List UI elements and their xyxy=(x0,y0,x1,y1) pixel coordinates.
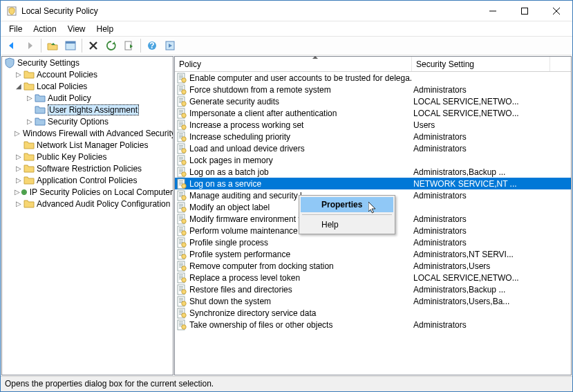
policy-cell: Profile system performance xyxy=(175,249,412,260)
separator xyxy=(302,214,392,215)
up-button[interactable] xyxy=(44,37,61,54)
list-row[interactable]: Load and unload device driversAdministra… xyxy=(175,142,571,154)
refresh-button[interactable] xyxy=(103,37,120,54)
tree-item[interactable]: ▷Account Policies xyxy=(2,68,173,80)
expand-icon[interactable]: ▷ xyxy=(15,129,20,137)
policy-icon xyxy=(176,249,187,260)
folder-icon xyxy=(24,69,35,80)
tree-item[interactable]: ▷Audit Policy xyxy=(2,92,173,104)
tree-label: Local Policies xyxy=(37,82,87,91)
menu-help[interactable]: Help xyxy=(93,23,118,35)
list-row[interactable]: Profile single processAdministrators xyxy=(175,236,571,248)
list-row[interactable]: Generate security auditsLOCAL SERVICE,NE… xyxy=(175,95,571,107)
menu-action[interactable]: Action xyxy=(29,23,60,35)
list-row[interactable]: Force shutdown from a remote systemAdmin… xyxy=(175,84,571,95)
expand-icon[interactable]: ▷ xyxy=(15,71,23,78)
policy-cell: Force shutdown from a remote system xyxy=(175,84,412,95)
action-button[interactable] xyxy=(162,37,178,54)
expand-icon[interactable]: ▷ xyxy=(15,200,23,207)
delete-button[interactable] xyxy=(85,37,102,54)
policy-cell: Enable computer and user accounts to be … xyxy=(175,73,412,84)
view-mode-button[interactable] xyxy=(62,37,79,54)
back-button[interactable] xyxy=(3,37,20,54)
list-row[interactable]: Enable computer and user accounts to be … xyxy=(175,72,571,84)
setting-cell: Administrators,Users xyxy=(412,261,550,271)
forward-button[interactable] xyxy=(21,37,38,54)
column-header[interactable]: Security Setting xyxy=(412,57,550,71)
policy-cell: Increase scheduling priority xyxy=(175,131,412,142)
list-row[interactable]: Impersonate a client after authenticatio… xyxy=(175,107,571,119)
minimize-button[interactable] xyxy=(477,1,509,21)
expand-icon[interactable]: ◢ xyxy=(15,82,23,90)
tree-item[interactable]: ▷Public Key Policies xyxy=(2,151,173,162)
help-button[interactable] xyxy=(144,37,160,54)
policy-cell: Log on as a service xyxy=(175,178,412,189)
separator xyxy=(41,39,41,53)
list-row[interactable]: Lock pages in memory xyxy=(175,154,571,166)
context-menu-item[interactable]: Properties xyxy=(301,197,393,212)
tree-item[interactable]: User Rights Assignment xyxy=(2,104,173,115)
setting-cell: Administrators xyxy=(412,238,550,248)
expand-icon[interactable]: ▷ xyxy=(15,165,23,172)
list-row[interactable]: Restore files and directoriesAdministrat… xyxy=(175,283,571,295)
shield-icon xyxy=(4,57,15,68)
tree-item[interactable]: ▷IP Security Policies on Local Computer xyxy=(2,186,173,198)
list-row[interactable]: Shut down the systemAdministrators,Users… xyxy=(175,295,571,307)
policy-icon xyxy=(176,120,187,131)
policy-icon xyxy=(176,272,187,283)
policy-cell: Restore files and directories xyxy=(175,284,412,295)
list-row[interactable]: Increase scheduling priorityAdministrato… xyxy=(175,131,571,142)
window: Local Security Policy FileActionViewHelp… xyxy=(0,0,573,392)
policy-icon xyxy=(176,131,187,142)
policy-cell: Remove computer from docking station xyxy=(175,261,412,272)
context-menu: PropertiesHelp xyxy=(299,195,395,234)
maximize-button[interactable] xyxy=(509,1,541,21)
list-row[interactable]: Synchronize directory service data xyxy=(175,307,571,319)
tree-label: Advanced Audit Policy Configuration xyxy=(37,199,170,209)
tree-item[interactable]: Network List Manager Policies xyxy=(2,139,173,151)
tree-item[interactable]: ▷Software Restriction Policies xyxy=(2,162,173,174)
setting-cell: Administrators xyxy=(412,214,550,224)
expand-icon[interactable]: ▷ xyxy=(26,94,34,102)
ip-policy-icon xyxy=(21,187,28,198)
setting-cell: Administrators,Backup ... xyxy=(412,167,550,177)
column-header[interactable]: Policy xyxy=(175,57,412,71)
list-row[interactable]: Remove computer from docking stationAdmi… xyxy=(175,260,571,272)
list-row[interactable]: Take ownership of files or other objects… xyxy=(175,319,571,330)
tree-item[interactable]: ▷Application Control Policies xyxy=(2,174,173,186)
context-menu-item[interactable]: Help xyxy=(301,217,393,232)
list-row[interactable]: Log on as a batch jobAdministrators,Back… xyxy=(175,166,571,178)
expand-icon[interactable]: ▷ xyxy=(15,188,20,196)
tree-item[interactable]: ▷Windows Firewall with Advanced Security xyxy=(2,127,173,139)
tree-pane[interactable]: Security Settings ▷Account Policies◢Loca… xyxy=(1,56,173,375)
list-row[interactable]: Replace a process level tokenLOCAL SERVI… xyxy=(175,272,571,283)
tree-item[interactable]: ◢Local Policies xyxy=(2,80,173,92)
setting-cell: LOCAL SERVICE,NETWO... xyxy=(412,109,550,118)
policy-icon xyxy=(176,225,187,236)
expand-icon[interactable]: ▷ xyxy=(15,153,23,160)
policy-cell: Shut down the system xyxy=(175,296,412,307)
policy-icon xyxy=(176,96,187,107)
close-button[interactable] xyxy=(541,1,572,21)
policy-icon xyxy=(176,214,187,225)
menu-view[interactable]: View xyxy=(64,23,90,35)
tree-label: Application Control Policies xyxy=(37,176,137,185)
app-icon xyxy=(6,6,17,17)
list-row[interactable]: Profile system performanceAdministrators… xyxy=(175,248,571,260)
tree-item[interactable]: ▷Advanced Audit Policy Configuration xyxy=(2,198,173,209)
list-body[interactable]: Enable computer and user accounts to be … xyxy=(175,72,571,375)
policy-cell: Replace a process level token xyxy=(175,272,412,283)
folder-icon xyxy=(24,140,35,151)
expand-icon[interactable]: ▷ xyxy=(15,176,23,184)
export-button[interactable] xyxy=(121,37,138,54)
setting-cell: LOCAL SERVICE,NETWO... xyxy=(412,97,550,106)
menu-file[interactable]: File xyxy=(5,23,26,35)
list-row[interactable]: Log on as a serviceNETWORK SERVICE,NT ..… xyxy=(175,178,571,189)
policy-icon xyxy=(176,73,187,84)
tree-item[interactable]: ▷Security Options xyxy=(2,115,173,127)
tree-root[interactable]: Security Settings xyxy=(2,57,173,68)
tree-label: Public Key Policies xyxy=(37,152,106,162)
list-row[interactable]: Increase a process working setUsers xyxy=(175,119,571,131)
policy-icon xyxy=(176,261,187,272)
expand-icon[interactable]: ▷ xyxy=(26,118,34,125)
